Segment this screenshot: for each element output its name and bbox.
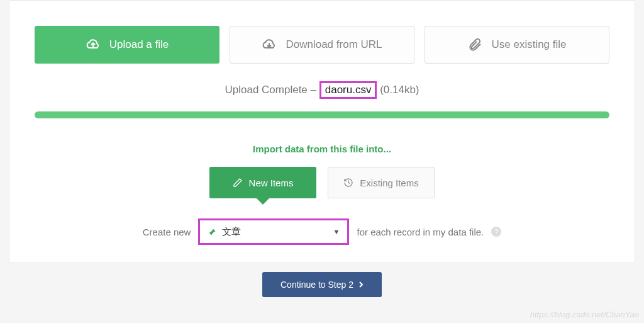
tab-new-items-label: New Items: [249, 178, 294, 188]
tab-existing-file[interactable]: Use existing file: [425, 26, 609, 64]
tab-upload-label: Upload a file: [109, 38, 169, 51]
create-prefix: Create new: [143, 227, 191, 237]
pin-icon: [208, 227, 217, 237]
continue-label: Continue to Step 2: [280, 280, 353, 290]
cloud-upload-icon: [86, 37, 101, 52]
continue-button[interactable]: Continue to Step 2: [262, 272, 382, 297]
tab-download-label: Download from URL: [286, 38, 382, 51]
paperclip-icon: [467, 37, 482, 52]
history-icon: [343, 178, 353, 188]
post-type-select[interactable]: 文章 ▼: [198, 218, 349, 245]
post-type-selected: 文章: [222, 226, 241, 238]
create-suffix: for each record in my data file.: [357, 227, 484, 237]
source-tabs: Upload a file Download from URL Use exis…: [35, 26, 609, 64]
chevron-right-icon: [358, 281, 364, 288]
upload-progress-bar: [35, 111, 609, 118]
upload-status-text: Upload Complete – daoru.csv (0.14kb): [35, 81, 609, 99]
import-section-title: Import data from this file into...: [35, 144, 609, 154]
pencil-icon: [233, 178, 243, 188]
tab-download-url[interactable]: Download from URL: [230, 26, 414, 64]
help-icon[interactable]: ?: [491, 227, 501, 237]
create-new-row: Create new 文章 ▼ for each record in my da…: [35, 218, 609, 245]
caret-down-icon: ▼: [333, 228, 340, 235]
import-mode-tabs: New Items Existing Items: [35, 167, 609, 198]
import-panel: Upload a file Download from URL Use exis…: [9, 0, 635, 263]
cloud-download-icon: [262, 37, 277, 52]
tab-existing-items-label: Existing Items: [360, 178, 418, 188]
uploaded-filename: daoru.csv: [319, 81, 377, 99]
tab-new-items[interactable]: New Items: [209, 167, 316, 198]
tab-existing-items[interactable]: Existing Items: [328, 167, 435, 198]
tab-upload-file[interactable]: Upload a file: [35, 26, 219, 64]
tab-existing-label: Use existing file: [491, 38, 566, 51]
upload-prefix: Upload Complete –: [225, 84, 319, 96]
upload-size: (0.14kb): [377, 84, 419, 96]
watermark-text: https://blog.csdn.net/ChanYao: [530, 310, 639, 319]
